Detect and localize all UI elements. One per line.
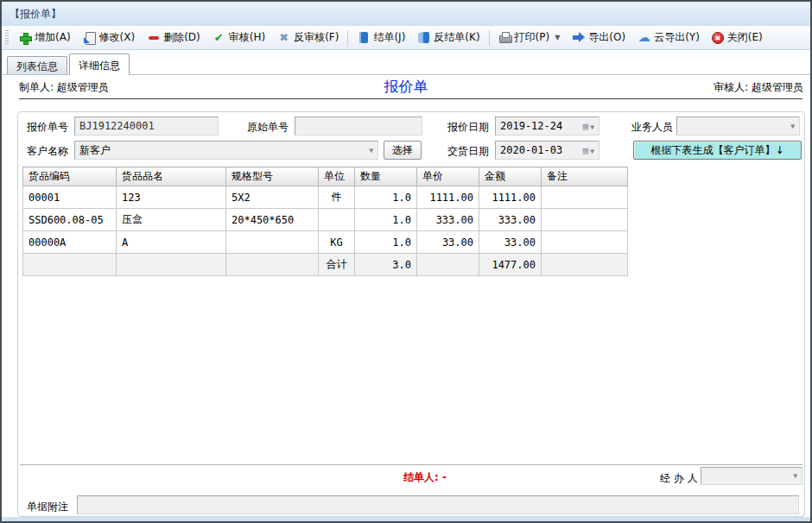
quote-date-label: 报价日期 <box>447 120 489 135</box>
tab-detail-info[interactable]: 详细信息 <box>69 54 130 75</box>
delete-icon <box>147 31 160 44</box>
cell-item-code[interactable]: SSD600.08-05 <box>23 209 117 231</box>
edit-button-label: 修改(X) <box>99 30 136 45</box>
cell-qty[interactable]: 1.0 <box>355 231 417 254</box>
cell-unit[interactable]: KG <box>319 231 355 254</box>
toolbar-separator <box>347 30 348 46</box>
export-icon <box>572 31 585 44</box>
cell-qty[interactable]: 1.0 <box>355 186 417 209</box>
cell-note[interactable] <box>542 209 628 231</box>
total-note <box>542 254 628 276</box>
total-amount: 1477.00 <box>479 254 542 276</box>
cloud-export-button-label: 云导出(Y) <box>654 30 700 45</box>
note-field[interactable] <box>77 495 799 514</box>
table-header-row: 货品编码 货品品名 规格型号 单位 数量 单价 金额 备注 <box>23 167 628 186</box>
delete-button[interactable]: 删除(D) <box>141 27 206 48</box>
select-customer-button[interactable]: 选择 <box>384 141 422 160</box>
unapprove-icon: ✖ <box>277 31 290 44</box>
cell-price[interactable]: 1111.00 <box>417 186 479 209</box>
unsettle-button[interactable]: 反结单(K) <box>411 27 485 48</box>
total-qty: 3.0 <box>355 254 417 276</box>
print-button[interactable]: 打印(P) ▼ <box>492 27 567 48</box>
table-row[interactable]: 00000A A KG 1.0 33.00 33.00 <box>23 231 628 254</box>
handler-combo[interactable]: ▼ <box>701 467 802 485</box>
col-header[interactable]: 单价 <box>417 167 479 186</box>
unapprove-button[interactable]: ✖ 反审核(F) <box>271 27 345 48</box>
total-cell <box>117 254 226 276</box>
original-no-label: 原始单号 <box>247 120 289 135</box>
header-divider <box>19 98 802 99</box>
add-button[interactable]: 增加(A) <box>12 27 77 48</box>
settle-button-label: 结单(J) <box>373 30 405 45</box>
cell-spec[interactable]: 5X2 <box>226 186 319 209</box>
cell-unit[interactable]: 件 <box>319 186 355 209</box>
chevron-down-icon: ▼ <box>793 472 797 480</box>
cell-note[interactable] <box>542 186 628 209</box>
form-groupbox: 报价单号 BJ1912240001 原始单号 报价日期 2019-12-24 ▦… <box>17 111 805 517</box>
print-dropdown-caret-icon[interactable]: ▼ <box>555 34 560 41</box>
cloud-export-button[interactable]: ☁ 云导出(Y) <box>631 27 706 48</box>
customer-label: 客户名称 <box>27 144 68 159</box>
col-header[interactable]: 金额 <box>479 167 542 186</box>
cell-unit[interactable] <box>319 209 355 231</box>
total-cell <box>226 254 319 276</box>
cell-item-name[interactable]: 123 <box>117 186 226 209</box>
approve-button-label: 审核(H) <box>229 30 265 45</box>
approve-icon: ✔ <box>213 31 225 44</box>
toolbar-separator <box>489 30 490 46</box>
col-header[interactable]: 单位 <box>319 167 355 186</box>
tab-strip: 列表信息 详细信息 <box>2 51 810 75</box>
close-button[interactable]: ✖ 关闭(E) <box>706 27 769 48</box>
quote-date-value: 2019-12-24 <box>500 120 562 132</box>
table-row[interactable]: 00001 123 5X2 件 1.0 1111.00 1111.00 <box>23 186 628 209</box>
cell-item-name[interactable]: A <box>117 231 226 254</box>
delivery-date-icons: ▦▼ <box>583 144 594 156</box>
export-button-label: 导出(O) <box>588 30 625 45</box>
customer-combo[interactable]: 新客户 ▼ <box>74 141 378 160</box>
delivery-date-label: 交货日期 <box>447 144 489 159</box>
window-bottom-frame <box>2 517 810 521</box>
cell-item-code[interactable]: 00000A <box>23 231 117 254</box>
cell-amount[interactable]: 1111.00 <box>479 186 542 209</box>
footer-divider <box>20 464 802 465</box>
cell-item-name[interactable]: 压盒 <box>117 209 226 231</box>
col-header[interactable]: 备注 <box>542 167 628 186</box>
auditor-text: 审核人: 超级管理员 <box>714 80 803 95</box>
unsettle-icon <box>417 31 430 44</box>
handler-label: 经 办 人 <box>660 471 698 486</box>
cell-item-code[interactable]: 00001 <box>23 186 117 209</box>
salesperson-label: 业务人员 <box>631 120 673 135</box>
approve-button[interactable]: ✔ 审核(H) <box>206 27 271 48</box>
table-row[interactable]: SSD600.08-05 压盒 20*450*650 1.0 333.00 33… <box>23 209 628 231</box>
col-header[interactable]: 数量 <box>355 167 417 186</box>
cell-note[interactable] <box>542 231 628 254</box>
quote-date-picker[interactable]: 2019-12-24 ▦▼ <box>495 117 599 135</box>
table-total-row: 合计 3.0 1477.00 <box>23 254 628 276</box>
cell-price[interactable]: 33.00 <box>417 231 479 254</box>
cell-qty[interactable]: 1.0 <box>355 209 417 231</box>
add-button-label: 增加(A) <box>35 30 71 45</box>
toolbar-grip[interactable] <box>5 30 9 45</box>
cell-amount[interactable]: 333.00 <box>479 209 542 231</box>
calendar-icon: ▦ <box>583 145 589 156</box>
col-header[interactable]: 货品编码 <box>23 167 117 186</box>
cell-spec[interactable] <box>226 231 319 254</box>
cell-amount[interactable]: 33.00 <box>479 231 542 254</box>
settle-button[interactable]: 结单(J) <box>351 27 411 48</box>
tab-list-info[interactable]: 列表信息 <box>7 56 67 74</box>
edit-button[interactable]: 修改(X) <box>77 27 142 48</box>
generate-order-button[interactable]: 根据下表生成【客户订单】↓ <box>633 141 802 160</box>
delete-button-label: 删除(D) <box>163 30 200 45</box>
total-label: 合计 <box>319 254 355 276</box>
delivery-date-picker[interactable]: 2020-01-03 ▦▼ <box>495 141 599 160</box>
salesperson-combo[interactable]: ▼ <box>676 117 800 135</box>
export-button[interactable]: 导出(O) <box>566 27 631 48</box>
col-header[interactable]: 规格型号 <box>226 167 319 186</box>
cell-price[interactable]: 333.00 <box>417 209 479 231</box>
total-price <box>417 254 479 276</box>
cell-spec[interactable]: 20*450*650 <box>226 209 319 231</box>
window-title: 【报价单】 <box>10 7 61 22</box>
col-header[interactable]: 货品品名 <box>117 167 226 186</box>
quote-no-field[interactable]: BJ1912240001 <box>74 117 219 135</box>
original-no-field[interactable] <box>295 117 422 135</box>
